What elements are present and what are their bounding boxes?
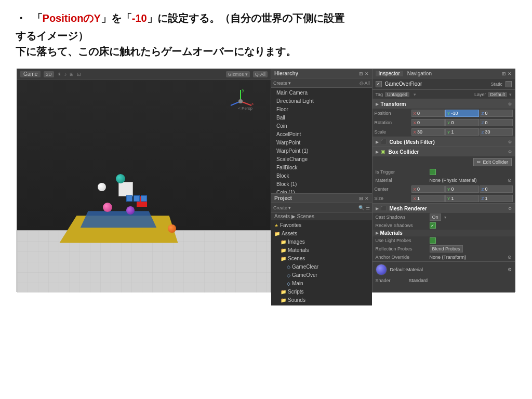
is-trigger-checkbox[interactable] — [430, 169, 436, 175]
scenes-folder-icon: 📁 — [281, 256, 286, 262]
center-z-field[interactable]: Z 0 — [480, 185, 513, 193]
settings-icon[interactable]: ⚙ — [508, 102, 512, 107]
h-item-warppoint[interactable]: WarpPoint — [271, 139, 372, 147]
h-item-coin[interactable]: Coin — [271, 122, 372, 130]
scripts-folder-icon: 📁 — [281, 289, 286, 296]
project-create-btn[interactable]: Create ▾ — [273, 205, 291, 210]
rotation-label: Rotation — [375, 120, 411, 125]
reflection-probes-dropdown[interactable]: Blend Probes — [430, 245, 463, 252]
h-item-block[interactable]: Block — [271, 172, 372, 180]
center-x-field[interactable]: X 0 — [411, 185, 445, 193]
rotation-x-field[interactable]: X 0 — [411, 119, 445, 126]
q-all-btn[interactable]: Q◦All — [253, 71, 268, 77]
receive-shadows-checkbox[interactable]: ✓ — [430, 222, 436, 229]
h-item-scalechange[interactable]: ScaleChange — [271, 155, 372, 164]
svg-text:y: y — [242, 88, 244, 92]
p-item-scripts[interactable]: 📁 Scripts — [271, 288, 372, 296]
is-trigger-row: Is Trigger — [373, 168, 515, 176]
tag-label: Tag — [376, 92, 383, 97]
gameover-scene-icon: ◇ — [287, 272, 290, 279]
anchor-override-select-icon[interactable]: ⊙ — [508, 255, 512, 260]
p-item-assets[interactable]: 📁 Assets — [271, 230, 372, 238]
main-scene-icon: ◇ — [287, 281, 290, 287]
box-collider-settings-icon[interactable]: ⚙ — [508, 150, 512, 154]
p-item-sounds[interactable]: 📁 Sounds — [271, 296, 372, 304]
p-item-favorites[interactable]: ★ Favorites — [271, 221, 372, 230]
size-y-field[interactable]: Y 1 — [445, 195, 478, 202]
center-y-field[interactable]: Y 0 — [445, 185, 478, 193]
gizmos-btn[interactable]: Gizmos ▾ — [226, 71, 250, 77]
tag-value[interactable]: Untagged — [385, 92, 409, 97]
cast-shadows-dropdown[interactable]: On — [430, 214, 441, 221]
scale-y-field[interactable]: Y 1 — [445, 128, 478, 136]
game-tab[interactable]: Game — [20, 71, 41, 77]
h-item-fallblock[interactable]: FallBlock — [271, 164, 372, 172]
mesh-filter-settings-icon[interactable]: ⚙ — [508, 140, 512, 144]
mesh-renderer-settings-icon[interactable]: ⚙ — [508, 206, 512, 211]
reflection-probes-row: Reflection Probes Blend Probes — [373, 245, 515, 253]
project-title: Project — [274, 195, 292, 201]
size-x-field[interactable]: X 1 — [411, 195, 445, 202]
cast-shadows-arrow: ▾ — [444, 215, 446, 220]
navigation-tab[interactable]: Navigation — [404, 71, 435, 76]
hierarchy-header: Hierarchy ⊞ ✕ — [271, 69, 372, 78]
rotation-y-field[interactable]: Y 0 — [445, 119, 478, 126]
collider-material-value[interactable]: None (Physic Material) — [430, 178, 506, 183]
inspector-tab[interactable]: Inspector — [376, 71, 403, 76]
use-light-probes-row: Use Light Probes — [373, 236, 515, 245]
p-item-images[interactable]: 📁 Images — [271, 238, 372, 246]
material-select-icon[interactable]: ⊙ — [508, 178, 512, 183]
go-active-checkbox[interactable]: ✓ — [376, 81, 382, 87]
go-name[interactable]: GameOverFloor — [385, 81, 488, 87]
position-z-field[interactable]: Z 0 — [480, 110, 513, 117]
h-item-maincamera[interactable]: Main Camera — [271, 89, 372, 97]
default-material-name[interactable]: Default-Material — [390, 267, 423, 272]
highlight-value: -10 — [132, 12, 147, 24]
use-light-probes-checkbox[interactable] — [430, 237, 436, 244]
scale-z-axis: Z — [482, 130, 484, 135]
material-preview-sphere — [376, 264, 387, 275]
h-item-floor[interactable]: Floor — [271, 105, 372, 114]
intro-line1: ・ 「PositionのY」を「-10」に設定する。（自分の世界の下側に設置 — [16, 10, 516, 26]
inspector-panel: Inspector Navigation ⊞ ✕ ✓ GameOverFloor… — [373, 69, 515, 292]
material-gear-icon[interactable]: ⚙ — [508, 267, 512, 272]
materials-arrow: ▶ — [376, 231, 379, 235]
layer-label: Layer — [474, 92, 486, 97]
inspector-tabs: Inspector Navigation — [376, 71, 435, 76]
transform-header: ▶ Transform ⚙ — [373, 99, 515, 109]
hierarchy-all-btn[interactable]: ◎ All — [360, 81, 370, 86]
h-item-directionallight[interactable]: Directional Light — [271, 97, 372, 105]
position-y-field[interactable]: Y -10 — [445, 110, 478, 117]
edit-collider-btn[interactable]: ✏ Edit Collider — [473, 158, 512, 166]
h-item-block1[interactable]: Block (1) — [271, 180, 372, 189]
static-checkbox[interactable] — [506, 81, 512, 87]
receive-shadows-row: Receive Shadows ✓ — [373, 221, 515, 230]
position-x-field[interactable]: X 0 — [411, 110, 445, 117]
receive-shadows-label: Receive Shadows — [376, 223, 428, 228]
size-z-field[interactable]: Z 1 — [480, 195, 513, 202]
anchor-override-value[interactable]: None (Transform) — [430, 255, 506, 260]
h-item-ball[interactable]: Ball — [271, 114, 372, 122]
h-item-warppoint1[interactable]: WarpPoint (1) — [271, 147, 372, 155]
scale-z-field[interactable]: Z 30 — [480, 128, 513, 136]
shader-value[interactable]: Standard — [409, 278, 428, 283]
p-item-gameclear[interactable]: ◇ GameClear — [271, 263, 372, 271]
obj-white-box — [118, 182, 133, 196]
is-trigger-label: Is Trigger — [376, 169, 428, 175]
layer-value[interactable]: Default — [488, 92, 507, 97]
rotation-z-field[interactable]: Z 0 — [480, 119, 513, 126]
h-item-coin1[interactable]: Coin (1) — [271, 189, 372, 193]
toolbar-2d[interactable]: 2D — [44, 71, 54, 77]
shader-label: Shader — [376, 278, 407, 283]
p-item-gameover[interactable]: ◇ GameOver — [271, 271, 372, 280]
materials-title: Materials — [380, 230, 512, 236]
p-item-scenes-folder[interactable]: 📁 Scenes — [271, 255, 372, 263]
scale-x-field[interactable]: X 30 — [411, 128, 445, 136]
favorites-icon: ★ — [274, 222, 278, 229]
h-item-accelpoint[interactable]: AccelPoint — [271, 130, 372, 139]
p-item-materials[interactable]: 📁 Materials — [271, 246, 372, 255]
p-item-main[interactable]: ◇ Main — [271, 280, 372, 288]
highlight-position: PositionのY — [43, 12, 101, 24]
project-header: Project ⊞ ✕ — [271, 194, 372, 203]
hierarchy-create-btn[interactable]: Create ▾ — [273, 81, 291, 86]
